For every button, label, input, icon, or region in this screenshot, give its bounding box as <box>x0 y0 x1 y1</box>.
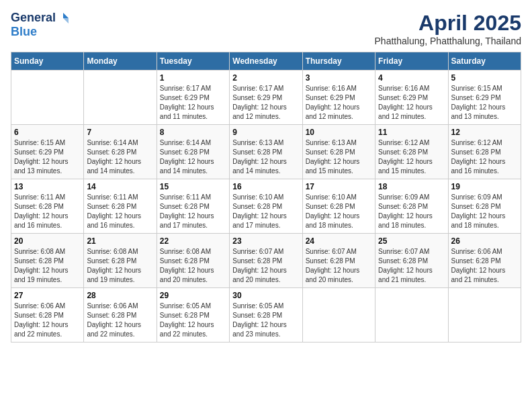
day-detail: Sunrise: 6:07 AMSunset: 6:28 PMDaylight:… <box>306 247 372 285</box>
calendar-cell: 4Sunrise: 6:16 AMSunset: 6:29 PMDaylight… <box>375 71 448 125</box>
day-number: 30 <box>232 291 299 300</box>
title-area: April 2025 Phatthalung, Phatthalung, Tha… <box>375 11 521 46</box>
day-number: 2 <box>232 73 299 83</box>
logo-icon <box>57 12 69 24</box>
calendar-week-3: 13Sunrise: 6:11 AMSunset: 6:28 PMDayligh… <box>11 179 521 234</box>
calendar-cell: 1Sunrise: 6:17 AMSunset: 6:29 PMDaylight… <box>157 71 229 125</box>
day-detail: Sunrise: 6:06 AMSunset: 6:28 PMDaylight:… <box>451 247 518 285</box>
day-number: 1 <box>160 73 226 83</box>
svg-marker-0 <box>63 13 69 18</box>
day-number: 14 <box>87 182 153 191</box>
calendar-cell: 15Sunrise: 6:11 AMSunset: 6:28 PMDayligh… <box>157 179 229 234</box>
logo: General Blue <box>11 11 69 39</box>
day-number: 26 <box>451 236 518 246</box>
calendar-cell: 17Sunrise: 6:10 AMSunset: 6:28 PMDayligh… <box>302 179 375 234</box>
day-detail: Sunrise: 6:11 AMSunset: 6:28 PMDaylight:… <box>14 193 81 230</box>
day-detail: Sunrise: 6:07 AMSunset: 6:28 PMDaylight:… <box>378 247 445 285</box>
calendar-cell: 21Sunrise: 6:08 AMSunset: 6:28 PMDayligh… <box>84 234 157 288</box>
calendar-cell: 5Sunrise: 6:15 AMSunset: 6:29 PMDaylight… <box>448 71 521 125</box>
day-number: 3 <box>306 73 372 83</box>
day-detail: Sunrise: 6:16 AMSunset: 6:29 PMDaylight:… <box>378 84 445 122</box>
calendar-cell: 24Sunrise: 6:07 AMSunset: 6:28 PMDayligh… <box>302 234 375 288</box>
day-detail: Sunrise: 6:09 AMSunset: 6:28 PMDaylight:… <box>451 193 518 230</box>
calendar-cell: 18Sunrise: 6:09 AMSunset: 6:28 PMDayligh… <box>375 179 448 234</box>
calendar-cell: 20Sunrise: 6:08 AMSunset: 6:28 PMDayligh… <box>11 234 84 288</box>
calendar-body: 1Sunrise: 6:17 AMSunset: 6:29 PMDaylight… <box>11 71 521 342</box>
day-detail: Sunrise: 6:15 AMSunset: 6:29 PMDaylight:… <box>451 84 518 122</box>
day-number: 19 <box>451 182 518 191</box>
day-number: 8 <box>160 128 226 137</box>
day-of-week-tuesday: Tuesday <box>157 52 229 71</box>
day-number: 18 <box>378 182 445 191</box>
day-of-week-sunday: Sunday <box>11 52 84 71</box>
calendar-cell: 2Sunrise: 6:17 AMSunset: 6:29 PMDaylight… <box>230 71 302 125</box>
day-number: 21 <box>87 236 153 246</box>
calendar-cell: 11Sunrise: 6:12 AMSunset: 6:28 PMDayligh… <box>375 125 448 179</box>
day-detail: Sunrise: 6:09 AMSunset: 6:28 PMDaylight:… <box>378 193 445 230</box>
day-detail: Sunrise: 6:06 AMSunset: 6:28 PMDaylight:… <box>87 302 153 339</box>
day-number: 23 <box>232 236 299 246</box>
day-detail: Sunrise: 6:14 AMSunset: 6:28 PMDaylight:… <box>160 138 226 176</box>
day-number: 24 <box>306 236 372 246</box>
day-number: 29 <box>160 291 226 300</box>
day-number: 13 <box>14 182 81 191</box>
calendar-week-1: 1Sunrise: 6:17 AMSunset: 6:29 PMDaylight… <box>11 71 521 125</box>
calendar-title: April 2025 <box>375 11 521 36</box>
day-number: 25 <box>378 236 445 246</box>
day-number: 5 <box>451 73 518 83</box>
day-detail: Sunrise: 6:08 AMSunset: 6:28 PMDaylight:… <box>14 247 81 285</box>
day-detail: Sunrise: 6:11 AMSunset: 6:28 PMDaylight:… <box>160 193 226 230</box>
calendar-cell: 8Sunrise: 6:14 AMSunset: 6:28 PMDaylight… <box>157 125 229 179</box>
day-detail: Sunrise: 6:17 AMSunset: 6:29 PMDaylight:… <box>232 84 299 122</box>
calendar-cell: 3Sunrise: 6:16 AMSunset: 6:29 PMDaylight… <box>302 71 375 125</box>
day-number: 15 <box>160 182 226 191</box>
calendar-cell <box>11 71 84 125</box>
calendar-cell: 23Sunrise: 6:07 AMSunset: 6:28 PMDayligh… <box>230 234 302 288</box>
calendar-cell: 26Sunrise: 6:06 AMSunset: 6:28 PMDayligh… <box>448 234 521 288</box>
calendar-week-4: 20Sunrise: 6:08 AMSunset: 6:28 PMDayligh… <box>11 234 521 288</box>
day-detail: Sunrise: 6:14 AMSunset: 6:28 PMDaylight:… <box>87 138 153 176</box>
day-number: 9 <box>232 128 299 137</box>
calendar-table: SundayMondayTuesdayWednesdayThursdayFrid… <box>11 52 521 342</box>
day-number: 7 <box>87 128 153 137</box>
calendar-cell: 7Sunrise: 6:14 AMSunset: 6:28 PMDaylight… <box>84 125 157 179</box>
day-detail: Sunrise: 6:15 AMSunset: 6:29 PMDaylight:… <box>14 138 81 176</box>
calendar-week-2: 6Sunrise: 6:15 AMSunset: 6:29 PMDaylight… <box>11 125 521 179</box>
day-detail: Sunrise: 6:12 AMSunset: 6:28 PMDaylight:… <box>378 138 445 176</box>
calendar-cell: 19Sunrise: 6:09 AMSunset: 6:28 PMDayligh… <box>448 179 521 234</box>
day-detail: Sunrise: 6:10 AMSunset: 6:28 PMDaylight:… <box>232 193 299 230</box>
day-of-week-wednesday: Wednesday <box>230 52 302 71</box>
calendar-cell: 13Sunrise: 6:11 AMSunset: 6:28 PMDayligh… <box>11 179 84 234</box>
calendar-cell: 9Sunrise: 6:13 AMSunset: 6:28 PMDaylight… <box>230 125 302 179</box>
calendar-cell: 12Sunrise: 6:12 AMSunset: 6:28 PMDayligh… <box>448 125 521 179</box>
calendar-cell: 6Sunrise: 6:15 AMSunset: 6:29 PMDaylight… <box>11 125 84 179</box>
day-detail: Sunrise: 6:06 AMSunset: 6:28 PMDaylight:… <box>14 302 81 339</box>
day-detail: Sunrise: 6:05 AMSunset: 6:28 PMDaylight:… <box>232 302 299 339</box>
calendar-cell <box>375 288 448 342</box>
svg-marker-1 <box>63 18 69 24</box>
calendar-cell: 28Sunrise: 6:06 AMSunset: 6:28 PMDayligh… <box>84 288 157 342</box>
day-number: 22 <box>160 236 226 246</box>
calendar-cell: 27Sunrise: 6:06 AMSunset: 6:28 PMDayligh… <box>11 288 84 342</box>
day-detail: Sunrise: 6:13 AMSunset: 6:28 PMDaylight:… <box>232 138 299 176</box>
day-of-week-monday: Monday <box>84 52 157 71</box>
day-detail: Sunrise: 6:10 AMSunset: 6:28 PMDaylight:… <box>306 193 372 230</box>
calendar-cell: 22Sunrise: 6:08 AMSunset: 6:28 PMDayligh… <box>157 234 229 288</box>
day-number: 28 <box>87 291 153 300</box>
calendar-cell <box>84 71 157 125</box>
day-number: 17 <box>306 182 372 191</box>
day-detail: Sunrise: 6:12 AMSunset: 6:28 PMDaylight:… <box>451 138 518 176</box>
days-of-week-header: SundayMondayTuesdayWednesdayThursdayFrid… <box>11 52 521 71</box>
day-of-week-friday: Friday <box>375 52 448 71</box>
day-number: 6 <box>14 128 81 137</box>
calendar-cell <box>302 288 375 342</box>
day-detail: Sunrise: 6:05 AMSunset: 6:28 PMDaylight:… <box>160 302 226 339</box>
day-detail: Sunrise: 6:08 AMSunset: 6:28 PMDaylight:… <box>87 247 153 285</box>
day-of-week-thursday: Thursday <box>302 52 375 71</box>
calendar-cell: 16Sunrise: 6:10 AMSunset: 6:28 PMDayligh… <box>230 179 302 234</box>
day-detail: Sunrise: 6:16 AMSunset: 6:29 PMDaylight:… <box>306 84 372 122</box>
header: General Blue April 2025 Phatthalung, Pha… <box>11 11 521 46</box>
day-number: 20 <box>14 236 81 246</box>
day-detail: Sunrise: 6:11 AMSunset: 6:28 PMDaylight:… <box>87 193 153 230</box>
calendar-cell <box>448 288 521 342</box>
